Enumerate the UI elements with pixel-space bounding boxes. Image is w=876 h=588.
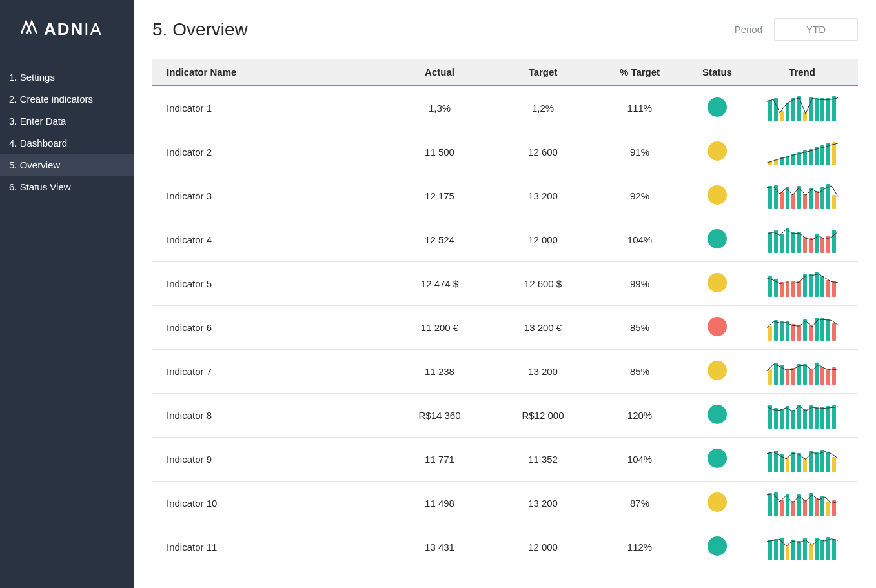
cell-status [688, 177, 746, 214]
spark-bar [815, 498, 819, 516]
spark-bar [803, 364, 807, 385]
spark-bar [768, 326, 772, 340]
spark-bar [815, 452, 819, 472]
spark-bar [820, 238, 824, 252]
table-row: Indicator 8R$14 360R$12 000120% [152, 394, 858, 438]
cell-target: 12 600 $ [494, 270, 591, 297]
spark-bar [809, 544, 813, 560]
col-header-actual: Actual [385, 59, 494, 85]
spark-bar [774, 451, 778, 472]
sidebar-item-5[interactable]: 6. Status View [0, 176, 134, 198]
spark-bar [832, 367, 836, 384]
spark-bar [815, 98, 819, 121]
cell-name: Indicator 10 [152, 490, 385, 516]
spark-bar [797, 364, 801, 384]
spark-bar [774, 320, 778, 341]
cell-name: Indicator 9 [152, 446, 385, 472]
spark-bar [815, 147, 819, 165]
cell-pct: 85% [591, 314, 688, 341]
spark-bar [820, 187, 824, 209]
spark-bar [774, 279, 778, 297]
spark-bar [780, 500, 784, 516]
cell-target: 12 000 [494, 534, 591, 560]
spark-bar [786, 281, 789, 297]
spark-bar [820, 367, 824, 384]
spark-bar [768, 161, 772, 165]
trend-sparkline [764, 96, 841, 121]
spark-bar [786, 187, 789, 208]
spark-bar [774, 492, 778, 516]
trend-sparkline [764, 534, 841, 560]
col-header-pct: % Target [591, 59, 688, 85]
trend-sparkline [764, 315, 841, 341]
spark-bar [809, 188, 813, 209]
spark-bar [832, 539, 836, 560]
spark-bar [786, 369, 789, 385]
overview-table: Indicator Name Actual Target % Target St… [152, 59, 858, 569]
cell-actual: 12 474 $ [385, 270, 494, 297]
spark-bar [786, 103, 789, 121]
table-row: Indicator 11,3%1,2%111% [152, 86, 858, 130]
cell-pct: 92% [591, 183, 688, 209]
spark-bar [780, 111, 784, 121]
spark-bar [826, 236, 830, 252]
spark-bar [832, 195, 836, 209]
spark-bar [780, 234, 784, 253]
spark-bar [826, 280, 830, 297]
cell-name: Indicator 1 [152, 95, 385, 121]
table-row: Indicator 412 52412 000104% [152, 218, 858, 262]
cell-pct: 111% [591, 95, 688, 121]
spark-bar [797, 232, 801, 253]
cell-actual: 11 498 [385, 490, 494, 516]
spark-bar [797, 96, 801, 121]
status-indicator-yellow [708, 141, 727, 161]
cell-target: 13 200 € [494, 314, 591, 341]
spark-bar [786, 156, 789, 165]
table-row: Indicator 1113 43112 000112% [152, 525, 858, 569]
trend-sparkline [764, 491, 841, 516]
spark-bar [809, 405, 813, 428]
spark-bar [832, 281, 836, 297]
period-select[interactable]: YTD [774, 18, 858, 41]
cell-pct: 120% [591, 402, 688, 429]
cell-actual: R$14 360 [385, 402, 494, 429]
cell-name: Indicator 5 [152, 270, 385, 297]
status-indicator-yellow [708, 361, 727, 380]
spark-bar [780, 365, 784, 384]
period-filter: Period YTD [735, 18, 858, 41]
cell-target: 13 200 [494, 490, 591, 516]
spark-bar [797, 405, 801, 429]
sidebar-item-4[interactable]: 5. Overview [0, 154, 134, 176]
cell-trend [746, 439, 858, 480]
spark-bar [826, 98, 830, 121]
spark-bar [791, 232, 795, 253]
spark-bar [826, 369, 830, 385]
col-header-name: Indicator Name [152, 59, 385, 85]
spark-bar [826, 319, 830, 341]
sidebar-item-1[interactable]: 2. Create indicators [0, 88, 134, 110]
sidebar-item-3[interactable]: 4. Dashboard [0, 132, 134, 154]
spark-bar [803, 237, 807, 253]
spark-bar [815, 318, 819, 340]
cell-pct: 91% [591, 139, 688, 165]
spark-bar [768, 100, 772, 121]
sidebar-item-2[interactable]: 3. Enter Data [0, 110, 134, 132]
table-row: Indicator 211 50012 60091% [152, 130, 858, 174]
cell-trend [746, 132, 858, 173]
cell-actual: 11 238 [385, 358, 494, 385]
spark-bar [786, 457, 789, 472]
spark-bar [820, 450, 824, 472]
spark-bar [809, 325, 813, 341]
spark-bar [826, 537, 830, 560]
trend-sparkline [764, 139, 841, 165]
spark-bar [768, 540, 772, 560]
sidebar-item-0[interactable]: 1. Settings [0, 66, 134, 88]
spark-bar [768, 493, 772, 516]
cell-name: Indicator 6 [152, 314, 385, 341]
col-header-target: Target [494, 59, 591, 85]
spark-bar [786, 545, 789, 560]
status-indicator-green [708, 536, 727, 556]
spark-bar [774, 539, 778, 560]
spark-bar [791, 410, 795, 429]
spark-bar [815, 272, 819, 297]
